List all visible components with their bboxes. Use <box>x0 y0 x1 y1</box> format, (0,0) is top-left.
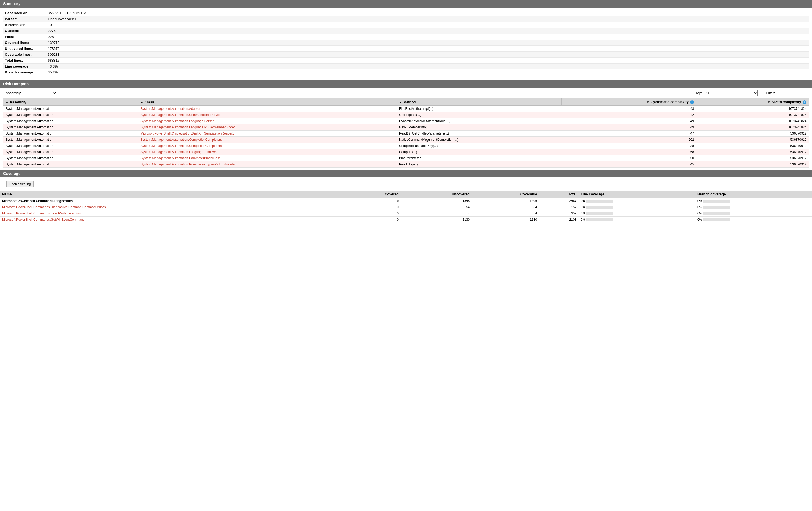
sort-arrow-npath: ▼ <box>767 101 770 104</box>
hotspot-class-link[interactable]: System.Management.Automation.Language.Pa… <box>140 119 214 123</box>
risk-hotspots-header: Risk Hotspots <box>0 80 812 88</box>
hotspot-class-link[interactable]: System.Management.Automation.ParameterBi… <box>140 156 221 160</box>
coverage-uncovered: 1130 <box>401 217 472 223</box>
summary-row: Branch coverage: 35.2% <box>3 70 809 75</box>
hotspot-npath: 536870912 <box>696 143 809 149</box>
hotspot-class: System.Management.Automation.CompletionC… <box>138 137 397 143</box>
hotspot-class-link[interactable]: System.Management.Automation.Runspaces.T… <box>140 163 236 166</box>
coverage-covered: 0 <box>343 198 401 204</box>
hotspot-npath: 1073741824 <box>696 124 809 131</box>
coverage-coverable: 1395 <box>472 198 539 204</box>
coverage-section: Coverage Enable filtering Name Covered U… <box>0 170 812 223</box>
sort-arrow-assembly: ▼ <box>6 101 8 104</box>
top-dropdown[interactable]: 102050100 <box>704 90 758 96</box>
line-coverage-bar <box>586 206 613 209</box>
col-cyclomatic: ▼ Cyclomatic complexity i <box>562 99 696 106</box>
hotspot-class-link[interactable]: System.Management.Automation.CompletionC… <box>140 138 222 141</box>
coverage-branch-pct: 0% <box>695 198 812 204</box>
col-method: ▼ Method <box>397 99 561 106</box>
coverage-name-link[interactable]: Microsoft.PowerShell.Commands.EventWrite… <box>2 212 81 215</box>
col-line-coverage: Line coverage <box>579 191 695 198</box>
assembly-dropdown[interactable]: AssemblyAll <box>3 90 57 96</box>
col-covered-label: Covered <box>385 192 399 196</box>
coverage-covered: 0 <box>343 204 401 210</box>
hotspot-class: System.Management.Automation.Language.PS… <box>138 124 397 131</box>
filter-input[interactable] <box>777 90 809 96</box>
hotspot-class-link[interactable]: System.Management.Automation.Language.PS… <box>140 126 235 129</box>
coverage-total: 2964 <box>539 198 579 204</box>
hotspot-row: System.Management.Automation Microsoft.P… <box>3 131 809 137</box>
hotspot-class-link[interactable]: System.Management.Automation.Adapter <box>140 107 200 111</box>
summary-row: Files: 926 <box>3 34 809 40</box>
sort-arrow-method: ▼ <box>399 101 402 104</box>
coverage-coverable: 54 <box>472 204 539 210</box>
hotspot-cyclomatic: 47 <box>562 131 696 137</box>
hotspot-class-link[interactable]: Microsoft.PowerShell.Cmdletization.Xml.X… <box>140 132 234 135</box>
coverage-covered: 0 <box>343 210 401 217</box>
hotspot-row: System.Management.Automation System.Mana… <box>3 137 809 143</box>
coverage-line-pct: 0% <box>579 204 695 210</box>
summary-value: 688817 <box>46 58 809 63</box>
hotspot-row: System.Management.Automation System.Mana… <box>3 143 809 149</box>
summary-label: Classes: <box>3 28 46 34</box>
coverage-uncovered: 4 <box>401 210 472 217</box>
risk-hotspots-title: Risk Hotspots <box>3 82 29 86</box>
coverage-uncovered: 1395 <box>401 198 472 204</box>
coverage-row: Microsoft.PowerShell.Commands.GetWinEven… <box>0 217 812 223</box>
coverage-coverable: 4 <box>472 210 539 217</box>
hotspot-cyclomatic: 38 <box>562 143 696 149</box>
col-coverable-label: Coverable <box>520 192 537 196</box>
branch-coverage-bar <box>703 206 730 209</box>
coverage-title: Coverage <box>3 171 21 176</box>
col-class: ▼ Class <box>138 99 397 106</box>
hotspot-npath: 536870912 <box>696 131 809 137</box>
coverage-name: Microsoft.PowerShell.Commands.GetWinEven… <box>0 217 343 223</box>
summary-value: 35.2% <box>46 70 809 75</box>
hotspot-method: CompleteHashtableKey(...) <box>397 143 561 149</box>
hotspot-npath: 1073741824 <box>696 106 809 112</box>
summary-row: Classes: 2275 <box>3 28 809 34</box>
col-branch-coverage: Branch coverage <box>695 191 812 198</box>
enable-filtering-button[interactable]: Enable filtering <box>6 181 34 187</box>
hotspot-row: System.Management.Automation System.Mana… <box>3 106 809 112</box>
npath-info-icon[interactable]: i <box>803 100 806 104</box>
hotspot-row: System.Management.Automation System.Mana… <box>3 118 809 124</box>
coverage-name-link[interactable]: Microsoft.PowerShell.Commands.Diagnostic… <box>2 205 106 209</box>
coverage-total: 157 <box>539 204 579 210</box>
col-covered: Covered <box>343 191 401 198</box>
coverage-header-row: Name Covered Uncovered Coverable Total L… <box>0 191 812 198</box>
summary-label: Files: <box>3 34 46 40</box>
hotspot-assembly: System.Management.Automation <box>3 137 139 143</box>
branch-coverage-bar <box>703 212 730 215</box>
sort-arrow-class: ▼ <box>141 101 143 104</box>
hotspot-class-link[interactable]: System.Management.Automation.CompletionC… <box>140 144 222 148</box>
summary-row: Covered lines: 132713 <box>3 40 809 46</box>
col-total-label: Total <box>569 192 577 196</box>
coverage-row: Microsoft.PowerShell.Commands.Diagnostic… <box>0 204 812 210</box>
cyclomatic-info-icon[interactable]: i <box>690 100 694 104</box>
line-coverage-bar <box>586 200 613 203</box>
coverage-header: Coverage <box>0 170 812 177</box>
hotspot-npath: 536870912 <box>696 137 809 143</box>
hotspot-npath: 1073741824 <box>696 112 809 118</box>
hotspot-table-header-row: ▼ Assembly ▼ Class ▼ Method ▼ Cyclomatic… <box>3 99 809 106</box>
hotspot-cyclomatic: 49 <box>562 118 696 124</box>
hotspot-cyclomatic: 49 <box>562 124 696 131</box>
hotspot-class-link[interactable]: System.Management.Automation.LanguagePri… <box>140 150 217 154</box>
coverage-name-link[interactable]: Microsoft.PowerShell.Commands.GetWinEven… <box>2 218 85 221</box>
col-coverable: Coverable <box>472 191 539 198</box>
hotspot-cyclomatic: 45 <box>562 161 696 168</box>
hotspot-method: GetHelpInfo(...) <box>397 112 561 118</box>
coverage-covered: 0 <box>343 217 401 223</box>
hotspot-class: System.Management.Automation.CommandHelp… <box>138 112 397 118</box>
hotspot-cyclomatic: 42 <box>562 112 696 118</box>
col-name-label: Name <box>2 192 11 196</box>
hotspot-class-link[interactable]: System.Management.Automation.CommandHelp… <box>140 113 222 117</box>
summary-label: Uncovered lines: <box>3 46 46 52</box>
enable-filtering-container: Enable filtering <box>0 177 812 191</box>
hotspot-method: FindBestMethodImpl(...) <box>397 106 561 112</box>
col-assembly-label: Assembly <box>10 100 26 104</box>
hotspot-method: BindParameter(...) <box>397 155 561 161</box>
hotspot-row: System.Management.Automation System.Mana… <box>3 124 809 131</box>
coverage-name: Microsoft.PowerShell.Commands.EventWrite… <box>0 210 343 217</box>
